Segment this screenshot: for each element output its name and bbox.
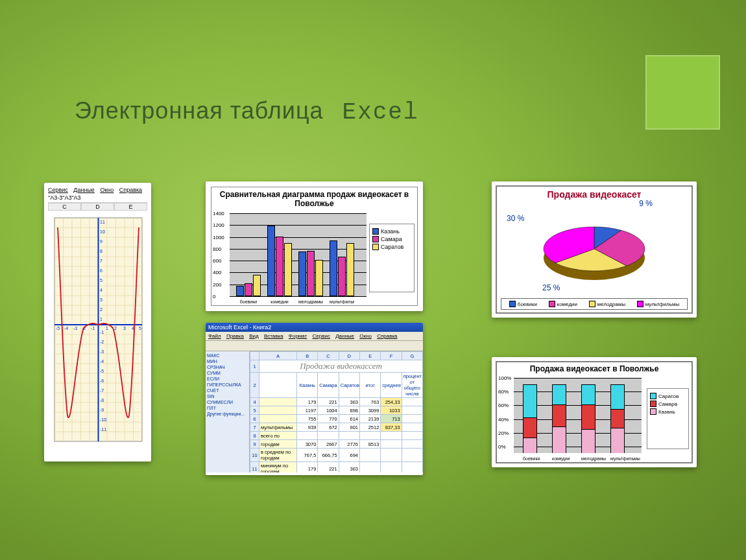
pie-leg-3: мультфильмы [645,301,679,307]
col-c[interactable]: C [48,203,81,211]
card-pie-chart: Продажа видеокасет 9 % 30 % 25 % боевики… [492,181,697,318]
stack-leg-0: Саратов [658,393,679,399]
menu-service2[interactable]: Сервис [313,333,330,339]
menu-insert[interactable]: Вставка [264,333,283,339]
pie-title: Продажа видеокасет [497,187,692,202]
svg-text:11: 11 [100,220,105,224]
svg-text:-1: -1 [91,326,95,331]
stack-leg-2: Казань [658,409,675,415]
pie-leg-2: мелодрамы [597,301,626,307]
legend-saratov: Саратов [381,244,403,250]
excel-menu-bar: Сервис Данные Окно Справка [48,187,147,193]
stack-legend: Саратов Самара Казань [647,388,689,449]
pie-label-9: 9 % [639,199,653,208]
menu-view[interactable]: Вид [249,333,258,339]
spreadsheet-grid[interactable]: ABCDEFG1Продажа видеокассет2КазаньСамара… [250,351,423,472]
stack-title: Продажа видеокасет в Поволжье [497,362,692,375]
col-e[interactable]: E [114,203,147,211]
svg-text:2: 2 [114,326,117,331]
svg-text:9: 9 [100,239,102,244]
svg-text:-2: -2 [100,340,104,344]
excel-toolbar [206,341,423,351]
svg-text:2: 2 [100,307,102,312]
svg-text:-5: -5 [56,326,60,331]
decorative-square [645,55,720,130]
menu-data[interactable]: Данные [73,187,95,193]
svg-text:-1: -1 [100,330,104,334]
svg-text:-11: -11 [100,427,106,432]
stack-leg-1: Самара [658,401,677,407]
bar-legend: Казань Самара Саратов [369,224,415,292]
pie-legend: боевики комедии мелодрамы мультфильмы [501,298,688,310]
excel-menubar: Файл Правка Вид Вставка Формат Сервис Да… [206,332,423,341]
pie-label-25: 25 % [542,283,560,292]
svg-text:8: 8 [100,249,102,253]
menu-window2[interactable]: Окно [359,333,372,339]
function-list: МАКСМИНСРЗНАЧСУММЕСЛИГИПЕРССЫЛКАСЧЁТSINС… [206,351,250,472]
excel-titlebar: Microsoft Excel - Книга2 [206,323,423,332]
svg-text:-4: -4 [100,359,104,364]
svg-text:-9: -9 [100,408,104,412]
svg-text:-5: -5 [100,369,104,373]
svg-text:5: 5 [139,326,141,331]
svg-text:-6: -6 [100,379,104,383]
menu-format[interactable]: Формат [289,333,307,339]
svg-text:-3: -3 [73,326,77,331]
legend-kazan: Казань [381,228,400,235]
title-main: Электронная таблица [75,97,324,124]
svg-text:3: 3 [123,326,126,331]
bar-plot-area: боевикикомедиимелодрамымультфильмы 02004… [211,211,367,305]
title-excel: Excel [343,99,419,126]
col-d[interactable]: D [81,203,114,211]
card-stacked-chart: Продажа видеокасет в Поволжье боевикиком… [492,357,697,467]
pie-body: 9 % 30 % 25 % [497,202,692,296]
svg-text:10: 10 [100,229,105,234]
column-headers: C D E [48,203,147,211]
menu-window[interactable]: Окно [100,187,114,193]
svg-text:7: 7 [100,259,102,263]
svg-text:-3: -3 [100,349,104,354]
svg-text:3: 3 [100,298,102,302]
pie-leg-1: комедии [557,301,577,307]
svg-text:1: 1 [106,326,108,331]
menu-data2[interactable]: Данные [335,333,354,339]
card-excel-table: Microsoft Excel - Книга2 Файл Правка Вид… [206,323,423,475]
svg-text:-7: -7 [100,388,104,393]
menu-help[interactable]: Справка [119,187,142,193]
svg-text:-10: -10 [100,417,106,422]
svg-text:-8: -8 [100,398,104,402]
pie-label-30: 30 % [507,214,524,223]
card-excel-line-chart: Сервис Данные Окно Справка "A3-3"A3"A3 C… [44,183,151,461]
formula-bar[interactable]: "A3-3"A3"A3 [48,193,147,203]
svg-text:-4: -4 [64,326,68,331]
menu-service[interactable]: Сервис [48,187,68,193]
svg-text:4: 4 [100,288,102,292]
svg-text:5: 5 [100,278,102,283]
menu-file[interactable]: Файл [208,333,221,339]
legend-samara: Самара [381,236,402,242]
line-chart-svg: 1110987654321 -1-2-3-4-5-6-7-8-9-10-11 -… [48,215,145,448]
svg-text:1: 1 [100,317,102,321]
pie-leg-0: боевики [518,301,537,307]
menu-help2[interactable]: Справка [377,333,397,339]
menu-edit[interactable]: Правка [226,333,244,339]
card-bar-chart: Сравнительная диаграмма продаж видеокасе… [206,181,423,311]
pie-svg [497,202,692,296]
bar-chart-title: Сравнительная диаграмма продаж видеокасе… [211,187,417,211]
slide-title: Электронная таблица Excel [75,97,419,126]
svg-text:6: 6 [100,268,102,273]
stack-plot: боевикикомедиимелодрамымультфильмы 0%20%… [497,375,644,462]
